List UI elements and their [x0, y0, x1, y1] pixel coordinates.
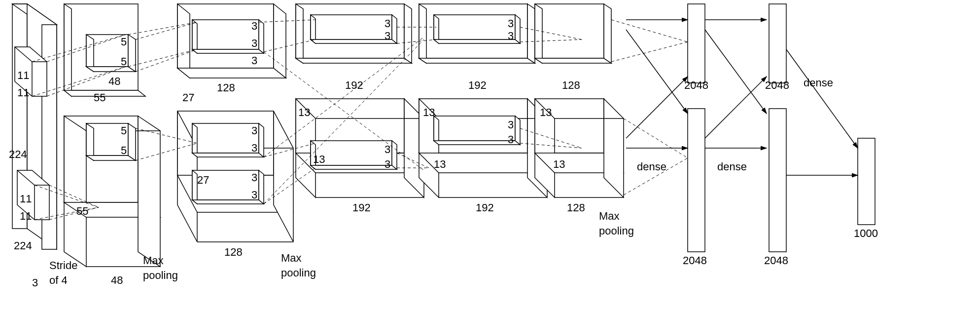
conv1-filter-bottom: [86, 123, 136, 160]
num-13c3b: 13: [313, 153, 325, 165]
fc6-bottom: [688, 109, 705, 252]
num-13c4b: 13: [434, 158, 446, 170]
lbl-of4: of 4: [49, 274, 68, 286]
svg-marker-64: [392, 15, 397, 43]
lbl-dense3: dense: [804, 77, 833, 89]
svg-marker-23: [86, 67, 136, 72]
svg-rect-83: [434, 116, 515, 141]
lbl-maxpool5a: Max: [599, 210, 620, 222]
num-11d: 11: [20, 210, 32, 222]
conv3-filters: [311, 15, 397, 169]
num-3c3b: 3: [385, 30, 390, 42]
num-5c: 5: [121, 124, 127, 137]
num-13c4a: 13: [423, 106, 435, 118]
svg-marker-94: [604, 99, 624, 197]
num-3c3a: 3: [385, 17, 390, 30]
num-11a: 11: [17, 69, 29, 81]
num-3d: 3: [251, 142, 257, 154]
svg-marker-50: [259, 170, 264, 204]
svg-marker-27: [86, 156, 136, 160]
alexnet-diagram: 224 224 3 Stride of 4 11 11 11 11 55 55 …: [0, 0, 980, 313]
svg-rect-39: [192, 20, 259, 49]
svg-marker-46: [259, 123, 264, 157]
num-192c4t: 192: [468, 79, 487, 91]
svg-marker-13: [64, 4, 71, 96]
num-3f: 3: [251, 189, 257, 201]
svg-marker-90: [604, 4, 611, 63]
svg-marker-28: [128, 123, 136, 160]
svg-marker-86: [515, 116, 520, 145]
num-128c5b: 128: [567, 201, 585, 214]
svg-marker-42: [259, 20, 264, 53]
svg-marker-22: [86, 35, 94, 72]
svg-line-136: [705, 30, 767, 114]
svg-marker-31: [177, 68, 286, 78]
svg-marker-16: [64, 116, 86, 267]
num-55a: 55: [76, 205, 88, 217]
num-11c: 11: [20, 193, 32, 205]
fc-arrows: [626, 20, 858, 175]
svg-marker-70: [419, 4, 426, 63]
num-5a: 5: [121, 36, 127, 48]
svg-line-137: [705, 77, 767, 138]
num-128a: 128: [217, 81, 235, 94]
svg-line-139: [786, 49, 858, 148]
svg-marker-52: [296, 4, 303, 63]
num-2048c: 2048: [765, 79, 789, 91]
num-3c: 3: [251, 124, 257, 137]
num-3c4b: 3: [508, 30, 514, 42]
svg-rect-61: [311, 15, 392, 39]
svg-marker-30: [177, 4, 190, 78]
num-5d: 5: [121, 144, 127, 156]
svg-marker-82: [515, 15, 520, 43]
num-13c5a: 13: [540, 106, 552, 118]
svg-marker-89: [535, 58, 611, 63]
num-2048d: 2048: [764, 254, 788, 267]
svg-line-126: [611, 20, 688, 42]
num-55b: 55: [94, 91, 105, 104]
lbl-dense1: dense: [637, 160, 666, 173]
svg-marker-24: [128, 35, 136, 72]
num-3c4d: 3: [508, 133, 514, 146]
svg-line-128: [624, 118, 688, 158]
num-224b: 224: [14, 239, 32, 252]
num-3c4a: 3: [508, 17, 514, 30]
fc7-bottom: [769, 109, 786, 252]
svg-rect-79: [434, 15, 515, 39]
svg-marker-72: [527, 4, 535, 63]
lbl-maxpool1a: Max: [143, 254, 164, 267]
num-3e: 3: [251, 171, 257, 184]
fc7-top: [769, 4, 786, 83]
svg-marker-41: [192, 49, 264, 53]
num-27a: 27: [182, 91, 194, 104]
svg-marker-71: [419, 58, 535, 63]
svg-marker-85: [434, 141, 520, 145]
num-48a: 48: [108, 75, 120, 87]
svg-marker-48: [192, 170, 197, 204]
svg-line-127: [611, 42, 688, 62]
num-3c3d: 3: [385, 158, 390, 170]
svg-rect-43: [192, 123, 259, 153]
num-3b: 3: [251, 37, 257, 49]
num-3c4c: 3: [508, 118, 514, 131]
num-3c-x: 3: [251, 54, 257, 67]
conv5-top-block: [535, 4, 611, 63]
num-5b: 5: [121, 55, 127, 68]
fc6-top: [688, 4, 705, 83]
num-48b: 48: [111, 274, 123, 286]
svg-marker-18: [138, 116, 160, 267]
svg-marker-32: [274, 4, 286, 78]
lbl-maxpool2b: pooling: [281, 267, 316, 279]
num-13c3a: 13: [298, 106, 310, 118]
num-2048a: 2048: [684, 79, 708, 91]
num-192c3t: 192: [345, 79, 363, 91]
svg-line-133: [626, 77, 688, 138]
num-192c3b: 192: [352, 201, 371, 214]
svg-marker-81: [434, 39, 520, 43]
lbl-maxpool5b: pooling: [599, 225, 634, 237]
conv4-bottom-block: [419, 99, 547, 197]
num-27b: 27: [197, 174, 209, 186]
svg-line-132: [626, 30, 688, 114]
conv1-filter-top: [86, 35, 136, 72]
num-1000: 1000: [854, 227, 878, 239]
